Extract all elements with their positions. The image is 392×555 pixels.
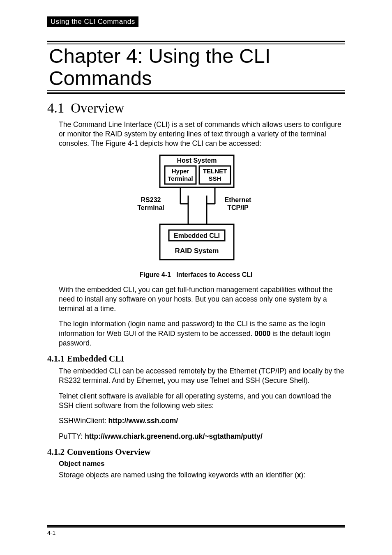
page-footer: 4-1 [47,525,345,536]
text-run: ): [301,471,306,479]
figure-label-telnet: TELNET [203,168,227,175]
default-password: 0000 [254,329,270,338]
ssh-client-label: SSHWinClient: [59,417,108,425]
page-number: 4-1 [47,530,345,536]
paragraph: The login information (login name and pa… [59,319,345,348]
chapter-rule-bottom [47,90,345,94]
identifier-placeholder: x [297,471,301,479]
figure-label-ethernet: Ethernet [225,196,252,203]
chapter-title: Chapter 4: Using the CLI Commands [47,44,345,90]
subsection-title: Embedded CLI [67,354,124,364]
figure-caption-title: Interfaces to Access CLI [176,271,252,278]
section-number: 4.1 [47,101,64,116]
running-header: Using the CLI Commands [47,16,138,27]
figure-label-ssh: SSH [209,175,221,182]
header-divider [47,29,345,29]
figure-label-raid: RAID System [175,247,219,255]
ssh-client-url: http://www.ssh.com/ [108,417,178,425]
figure-label-rs232-terminal: Terminal [137,204,164,211]
footer-rule-thick [47,525,345,527]
paragraph: Telnet client software is available for … [59,391,345,411]
figure-label-rs232: RS232 [141,196,161,203]
chapter-rule-top [47,41,345,44]
footer-rule-thin [47,527,345,528]
putty-url: http://www.chiark.greenend.org.uk/~sgtat… [85,432,263,440]
figure-label-tcpip: TCP/IP [227,204,249,211]
paragraph: PuTTY: http://www.chiark.greenend.org.uk… [59,432,345,441]
figure-label-embedded-cli: Embedded CLI [174,232,220,239]
paragraph: SSHWinClient: http://www.ssh.com/ [59,416,345,426]
section-heading: 4.1 Overview [47,101,345,116]
subsection-heading: 4.1.1Embedded CLI [47,354,345,364]
figure-caption-label: Figure 4-1 [139,271,171,278]
section-title: Overview [71,101,124,116]
figure-label-host: Host System [177,157,217,164]
figure-label-terminal: Terminal [168,175,193,182]
subsection-number: 4.1.1 [47,354,65,364]
figure-label-hyper: Hyper [172,168,189,175]
paragraph: With the embedded CLI, you can get full-… [59,285,345,314]
subsubsection-heading: Object names [59,460,345,468]
figure-caption: Figure 4-1 Interfaces to Access CLI [47,271,345,279]
figure: Host System Hyper Terminal TELNET SSH RS… [47,154,345,266]
text-run: Storage objects are named using the foll… [59,471,297,479]
subsection-number: 4.1.2 [47,447,65,457]
subsection-heading: 4.1.2Conventions Overview [47,447,345,457]
paragraph: The Command Line Interface (CLI) is a se… [59,120,345,149]
putty-label: PuTTY: [59,432,85,440]
paragraph: The embedded CLI can be accessed remotel… [59,366,345,386]
paragraph: Storage objects are named using the foll… [59,470,345,480]
subsection-title: Conventions Overview [67,447,151,457]
